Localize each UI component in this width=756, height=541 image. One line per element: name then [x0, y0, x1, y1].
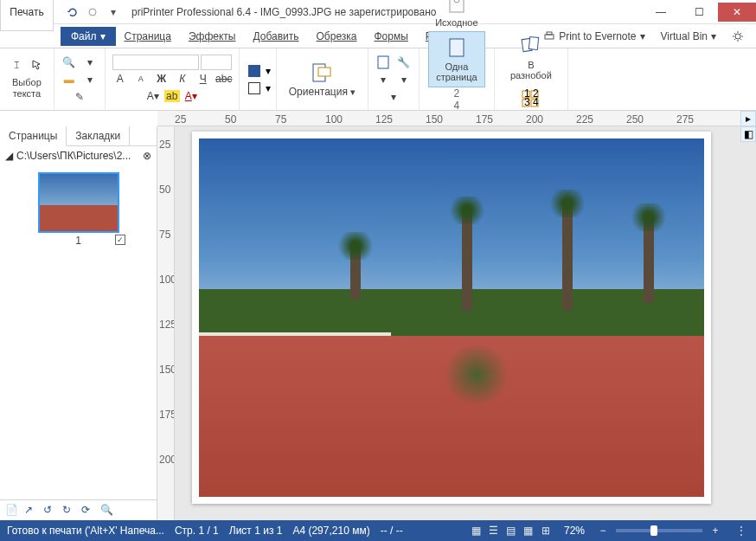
- tab-bookmarks[interactable]: Закладки: [67, 126, 130, 145]
- menu-add[interactable]: Добавить: [244, 27, 307, 46]
- status-dash: -- / --: [381, 525, 403, 537]
- print-button[interactable]: Печать: [0, 0, 54, 31]
- thumbnail-number: 1 ✓: [7, 235, 150, 247]
- vertical-ruler: 255075100125150175200: [157, 126, 175, 520]
- rotate-ccw-icon[interactable]: ↺: [43, 504, 57, 518]
- page-thumbnail[interactable]: [38, 172, 119, 233]
- refresh-icon[interactable]: ⟳: [81, 504, 95, 518]
- thumbnail-checkbox[interactable]: ✓: [115, 235, 125, 245]
- one-page-icon: [445, 35, 469, 60]
- view-mode-5[interactable]: ⊞: [538, 524, 554, 538]
- scattered-icon: [519, 34, 543, 58]
- columns-icon[interactable]: ▾: [374, 71, 393, 88]
- path-close-icon[interactable]: ⊗: [143, 150, 151, 162]
- page-preview[interactable]: [192, 132, 711, 504]
- underline-button[interactable]: Ч: [194, 70, 213, 87]
- status-size: A4 (297,210 мм): [292, 525, 369, 537]
- svg-rect-17: [529, 36, 538, 49]
- binoculars-icon[interactable]: 🔍: [60, 54, 79, 71]
- horizontal-ruler: 255075100125150175200225250275: [157, 111, 756, 126]
- view-mode-2[interactable]: ☰: [486, 524, 502, 538]
- svg-rect-6: [378, 56, 388, 68]
- redo-button[interactable]: [85, 4, 100, 20]
- fill-button[interactable]: [245, 62, 264, 80]
- zoom-slider[interactable]: [616, 529, 702, 532]
- close-button[interactable]: ✕: [718, 3, 756, 22]
- new-icon[interactable]: 📄: [5, 504, 19, 518]
- file-menu[interactable]: Файл▾: [61, 27, 116, 46]
- border-button[interactable]: [245, 80, 264, 97]
- view-mode-4[interactable]: ▦: [521, 524, 536, 538]
- repair-icon[interactable]: 🔧: [394, 54, 413, 71]
- highlight-tool[interactable]: ▬: [60, 71, 79, 88]
- export-icon[interactable]: ↗: [24, 504, 38, 518]
- menu-crop[interactable]: Обрезка: [308, 27, 366, 46]
- scattered-button[interactable]: В разнобой: [503, 30, 559, 84]
- fontcolor2-button[interactable]: A▾: [182, 87, 201, 105]
- orientation-icon: [310, 61, 334, 85]
- page-width-icon[interactable]: [374, 54, 393, 71]
- virtual-bin-dropdown[interactable]: Virtual Bin ▾: [656, 29, 721, 44]
- source-view-button[interactable]: Исходное: [428, 0, 484, 31]
- zoom-icon[interactable]: 🔍: [100, 504, 114, 518]
- layout-icon[interactable]: ▾: [384, 88, 403, 106]
- svg-rect-5: [318, 68, 330, 76]
- fontcolor-button[interactable]: A▾: [144, 87, 163, 105]
- dropdown-icon[interactable]: ▾: [80, 71, 99, 88]
- gear-icon: [732, 30, 744, 42]
- font-shrink-icon[interactable]: A: [131, 70, 151, 87]
- settings-button[interactable]: [727, 29, 749, 44]
- file-path[interactable]: ◢ C:\Users\ПК\Pictures\2... ⊗: [0, 146, 157, 165]
- strike-button[interactable]: abc: [215, 70, 234, 87]
- status-sheet: Лист 1 из 1: [229, 525, 283, 537]
- view-mode-3[interactable]: ▤: [503, 524, 519, 538]
- qat-dropdown[interactable]: ▾: [106, 4, 121, 20]
- rotate-cw-icon[interactable]: ↻: [62, 504, 76, 518]
- menu-effects[interactable]: Эффекты: [180, 27, 245, 46]
- svg-text:4: 4: [533, 96, 539, 108]
- zoom-out-button[interactable]: −: [595, 524, 611, 538]
- svg-point-3: [735, 34, 740, 39]
- view-mode-1[interactable]: ▦: [469, 524, 484, 538]
- dropdown-icon[interactable]: ▾: [80, 54, 99, 71]
- canvas-area[interactable]: ◧: [175, 126, 756, 520]
- window-title: priPrinter Professional 6.4 - IMG_0993.J…: [125, 6, 642, 18]
- pointer-tool[interactable]: [28, 56, 47, 74]
- italic-button[interactable]: К: [173, 70, 192, 87]
- zoom-value: 72%: [564, 525, 585, 537]
- menu-page[interactable]: Страница: [116, 27, 180, 46]
- highlight-button[interactable]: ab: [164, 90, 180, 102]
- text-cursor-icon[interactable]: 𝙸: [7, 56, 26, 74]
- source-icon: [445, 0, 469, 16]
- eyedropper-icon[interactable]: ✎: [70, 88, 89, 106]
- order-icon: 1234: [519, 87, 543, 112]
- orientation-button[interactable]: Ориентация ▾: [282, 57, 362, 101]
- status-menu-icon[interactable]: ⋮: [734, 524, 749, 538]
- svg-rect-7: [450, 0, 464, 12]
- svg-rect-9: [450, 39, 464, 56]
- canvas-corner-button[interactable]: ◧: [740, 126, 756, 142]
- undo-button[interactable]: [64, 4, 80, 20]
- text-select-button[interactable]: Выбор текста: [5, 74, 48, 101]
- svg-text:3: 3: [524, 96, 530, 108]
- svg-point-0: [89, 9, 96, 16]
- collapse-icon[interactable]: ◢: [5, 150, 13, 162]
- one-page-button[interactable]: Одна страница: [428, 31, 484, 87]
- ruler-corner-button[interactable]: ▸: [740, 111, 756, 126]
- status-ready: Готово к печати ('Alt+X' Напеча...: [7, 525, 164, 537]
- count-2[interactable]: 2: [454, 87, 460, 100]
- minimize-button[interactable]: —: [642, 3, 680, 22]
- count-4[interactable]: 4: [454, 100, 460, 112]
- maximize-button[interactable]: ☐: [680, 3, 718, 22]
- status-page: Стр. 1 / 1: [175, 525, 219, 537]
- font-grow-icon[interactable]: A: [111, 70, 130, 87]
- menu-forms[interactable]: Формы: [366, 27, 417, 46]
- font-size-input[interactable]: [201, 55, 232, 70]
- tab-pages[interactable]: Страницы: [0, 126, 67, 146]
- font-family-input[interactable]: [112, 55, 199, 70]
- margins-icon[interactable]: ▾: [394, 71, 413, 88]
- zoom-in-button[interactable]: +: [708, 524, 723, 538]
- bold-button[interactable]: Ж: [152, 70, 171, 87]
